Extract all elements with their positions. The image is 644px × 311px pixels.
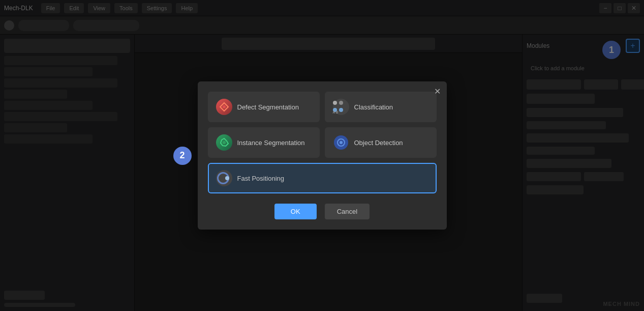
- object-detection-item[interactable]: Object Detection: [325, 127, 437, 158]
- classification-icon: A B: [333, 99, 349, 115]
- fast-icon-dot: [225, 176, 229, 180]
- instance-segmentation-icon: [216, 134, 232, 151]
- classification-label: Classification: [354, 103, 393, 111]
- dot-1: [333, 101, 337, 105]
- fast-positioning-icon: [216, 170, 232, 186]
- step2-badge: 2: [173, 147, 192, 165]
- dialog-grid: Defect Segmentation A B Classification: [208, 92, 437, 158]
- dot-2: [339, 101, 343, 105]
- object-detection-icon: [333, 134, 349, 151]
- defect-segmentation-item[interactable]: Defect Segmentation: [208, 92, 320, 122]
- instance-segmentation-item[interactable]: Instance Segmentation: [208, 127, 320, 158]
- svg-point-1: [223, 141, 226, 144]
- ok-button[interactable]: OK: [274, 204, 317, 219]
- dot-4: [339, 108, 343, 112]
- module-selection-dialog: 2 ✕ Defect Segmentation: [198, 81, 447, 230]
- classification-item[interactable]: A B Classification: [325, 92, 437, 122]
- dialog-footer: OK Cancel: [208, 204, 437, 219]
- detection-dot: [340, 141, 343, 144]
- fast-positioning-label: Fast Positioning: [237, 175, 285, 182]
- instance-segmentation-label: Instance Segmentation: [237, 139, 305, 147]
- object-detection-label: Object Detection: [354, 139, 403, 147]
- detection-inner: [337, 138, 345, 147]
- defect-segmentation-icon: [216, 99, 232, 115]
- classification-dots: A B: [333, 101, 349, 113]
- svg-point-0: [223, 105, 226, 108]
- fast-icon: [216, 170, 232, 186]
- dialog-close-button[interactable]: ✕: [434, 87, 441, 96]
- modal-overlay: 2 ✕ Defect Segmentation: [0, 0, 644, 311]
- fast-positioning-item[interactable]: Fast Positioning: [208, 163, 437, 193]
- cancel-button[interactable]: Cancel: [325, 204, 370, 219]
- defect-segmentation-label: Defect Segmentation: [237, 103, 299, 111]
- detection-ring: [334, 135, 348, 150]
